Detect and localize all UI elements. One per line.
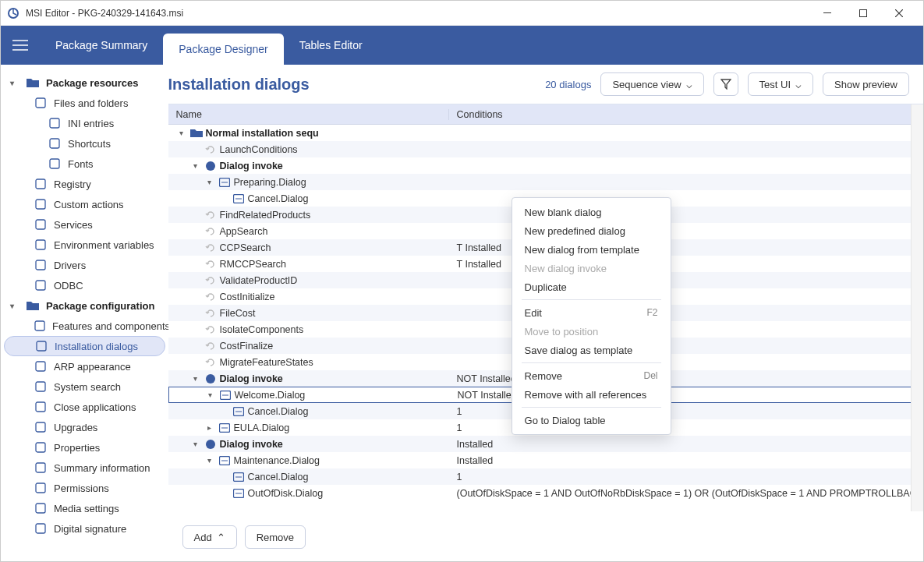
- menu-goto-dialog-table[interactable]: Go to Dialog table: [512, 411, 671, 429]
- item-icon: [34, 521, 48, 535]
- row-name: OutOfDisk.Dialog: [248, 488, 324, 499]
- row-condition: 1: [449, 472, 923, 482]
- expand-icon[interactable]: ▸: [204, 423, 215, 432]
- row-name: Dialog invoke: [220, 439, 283, 450]
- chevron-down-icon: ▾: [10, 79, 19, 87]
- sidebar-item-label: Permissions: [54, 482, 109, 494]
- close-button[interactable]: [881, 1, 917, 26]
- sequence-view-button[interactable]: Sequence view⌵: [600, 72, 703, 96]
- sidebar-item-summary-information[interactable]: Summary information: [4, 458, 165, 478]
- remove-button[interactable]: Remove: [245, 525, 306, 549]
- dialog-invoke-icon: [204, 160, 217, 172]
- sidebar-item-media-settings[interactable]: Media settings: [4, 498, 165, 518]
- sidebar-item-drivers[interactable]: Drivers: [4, 255, 165, 275]
- svg-rect-9: [36, 220, 45, 229]
- sidebar-item-label: Installation dialogs: [55, 341, 138, 352]
- item-icon: [34, 461, 48, 475]
- svg-rect-1: [823, 12, 831, 13]
- menu-new-blank-dialog[interactable]: New blank dialog: [512, 203, 671, 221]
- sidebar-item-services[interactable]: Services: [4, 214, 165, 235]
- table-row[interactable]: ▾Preparing.Dialog: [168, 174, 923, 190]
- sidebar-item-label: Summary information: [54, 462, 150, 474]
- menu-remove[interactable]: RemoveDel: [512, 366, 671, 385]
- action-icon: [204, 143, 217, 156]
- sidebar-item-digital-signature[interactable]: Digital signature: [4, 518, 165, 539]
- sidebar-item-ini-entries[interactable]: INI entries: [4, 113, 165, 133]
- sidebar-item-custom-actions[interactable]: Custom actions: [4, 194, 165, 214]
- svg-rect-21: [36, 483, 45, 493]
- menu-duplicate[interactable]: Duplicate: [512, 277, 671, 296]
- sidebar-item-installation-dialogs[interactable]: Installation dialogs: [4, 336, 165, 356]
- minimize-button[interactable]: [809, 1, 845, 26]
- expand-icon[interactable]: ▾: [176, 129, 187, 137]
- scrollbar[interactable]: [911, 104, 923, 511]
- sidebar-item-features-and-components[interactable]: Features and components: [4, 316, 165, 336]
- table-row[interactable]: ▾Dialog invokeInstalled: [168, 436, 923, 452]
- sidebar-item-label: Upgrades: [54, 422, 97, 433]
- sidebar-item-system-search[interactable]: System search: [4, 376, 165, 397]
- action-icon: [204, 258, 217, 270]
- tab-tables-editor[interactable]: Tables Editor: [284, 26, 378, 65]
- menu-button[interactable]: [1, 26, 40, 65]
- tab-package-summary[interactable]: Package Summary: [40, 26, 163, 65]
- expand-icon[interactable]: ▾: [204, 178, 215, 186]
- filter-button[interactable]: [713, 72, 738, 96]
- column-conditions[interactable]: Conditions: [449, 109, 923, 120]
- sidebar-item-files-and-folders[interactable]: Files and folders: [4, 93, 165, 113]
- action-icon: [204, 225, 217, 238]
- button-label: Test UI: [759, 79, 791, 90]
- menu-edit[interactable]: EditF2: [512, 303, 671, 322]
- expand-icon[interactable]: ▾: [190, 161, 201, 170]
- sidebar-item-close-applications[interactable]: Close applications: [4, 397, 165, 417]
- row-name: Welcome.Dialog: [235, 390, 306, 401]
- expand-icon[interactable]: ▾: [190, 440, 201, 448]
- sidebar-item-properties[interactable]: Properties: [4, 437, 165, 458]
- sidebar-item-permissions[interactable]: Permissions: [4, 478, 165, 498]
- menu-new-predefined-dialog[interactable]: New predefined dialog: [512, 221, 671, 240]
- add-button[interactable]: Add⌃: [182, 525, 237, 549]
- button-label: Show preview: [834, 79, 897, 90]
- content-header: Installation dialogs 20 dialogs Sequence…: [168, 65, 923, 104]
- sidebar-item-label: Custom actions: [54, 199, 124, 210]
- sidebar-item-registry[interactable]: Registry: [4, 174, 165, 194]
- maximize-button[interactable]: [845, 1, 881, 26]
- title-bar: MSI Editor - PKG-240329-141643.msi: [1, 1, 923, 26]
- table-row[interactable]: ▾Normal installation sequ: [168, 125, 923, 141]
- sidebar-item-environment-variables[interactable]: Environment variables: [4, 235, 165, 255]
- row-name: Normal installation sequ: [206, 128, 319, 139]
- table-row[interactable]: LaunchConditions: [168, 141, 923, 157]
- expand-icon[interactable]: ▾: [190, 374, 201, 383]
- table-row[interactable]: Cancel.Dialog1: [168, 468, 923, 485]
- sidebar-item-odbc[interactable]: ODBC: [4, 275, 165, 295]
- sidebar-group-label: Package resources: [46, 77, 139, 89]
- test-ui-button[interactable]: Test UI⌵: [748, 72, 813, 96]
- column-name[interactable]: Name: [168, 109, 449, 120]
- sidebar-item-arp-appearance[interactable]: ARP appearance: [4, 356, 165, 376]
- sidebar-item-fonts[interactable]: Fonts: [4, 154, 165, 174]
- sidebar-item-shortcuts[interactable]: Shortcuts: [4, 133, 165, 154]
- sidebar-item-label: Features and components: [52, 320, 168, 332]
- sidebar-group-resources[interactable]: ▾ Package resources: [4, 72, 165, 93]
- menu-remove-references[interactable]: Remove with all references: [512, 385, 671, 404]
- tab-package-designer[interactable]: Package Designer: [163, 34, 283, 65]
- svg-rect-2: [860, 9, 867, 16]
- table-row[interactable]: OutOfDisk.Dialog(OutOfDiskSpace = 1 AND …: [168, 485, 923, 501]
- expand-icon[interactable]: ▾: [205, 391, 216, 399]
- table-row[interactable]: ▾Maintenance.DialogInstalled: [168, 452, 923, 468]
- row-name: AppSearch: [220, 226, 268, 237]
- sidebar-group-config[interactable]: ▾ Package configuration: [4, 295, 165, 316]
- table-row[interactable]: ▾Dialog invoke: [168, 157, 923, 174]
- item-icon: [34, 501, 48, 515]
- svg-rect-16: [36, 382, 45, 391]
- show-preview-button[interactable]: Show preview: [823, 72, 909, 96]
- expand-icon[interactable]: ▾: [204, 456, 215, 465]
- item-icon: [34, 197, 48, 211]
- folder-icon: [190, 127, 203, 140]
- menu-save-template[interactable]: Save dialog as template: [512, 341, 671, 359]
- dialog-icon: [232, 405, 245, 418]
- sidebar-item-upgrades[interactable]: Upgrades: [4, 417, 165, 437]
- menu-new-dialog-template[interactable]: New dialog from template: [512, 240, 671, 259]
- app-icon: [7, 7, 19, 19]
- menu-new-dialog-invoke: New dialog invoke: [512, 259, 671, 277]
- row-name: Dialog invoke: [220, 161, 283, 171]
